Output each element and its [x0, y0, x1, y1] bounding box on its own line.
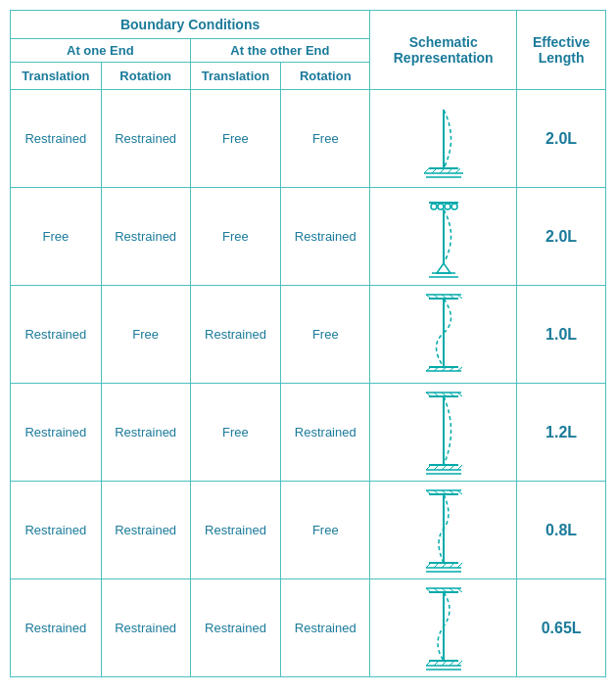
svg-point-13: [451, 204, 457, 209]
row5-rotation2: Free: [281, 482, 370, 579]
row3-translation1: Restrained: [11, 286, 102, 384]
row4-schematic: [370, 384, 517, 482]
row1-schematic: [370, 90, 517, 188]
table-row: FreeRestrainedFreeRestrained 2.0L: [11, 188, 606, 286]
svg-point-10: [431, 204, 437, 209]
rotation1-header: Rotation: [101, 63, 190, 90]
row5-rotation1: Restrained: [101, 482, 190, 579]
row2-translation2: Free: [190, 188, 281, 286]
row1-effective-length: 2.0L: [517, 90, 606, 188]
translation1-header: Translation: [11, 63, 102, 90]
table-row: RestrainedRestrainedRestrainedRestrained: [11, 579, 606, 677]
at-other-end-header: At the other End: [190, 39, 370, 63]
row4-translation2: Free: [190, 384, 281, 482]
row1-translation2: Free: [190, 90, 281, 188]
rotation2-header: Rotation: [281, 63, 370, 90]
svg-marker-15: [437, 263, 450, 273]
row6-rotation1: Restrained: [101, 579, 190, 677]
svg-point-11: [438, 204, 444, 209]
row2-rotation1: Restrained: [101, 188, 190, 286]
row3-effective-length: 1.0L: [517, 286, 606, 384]
boundary-conditions-header: Boundary Conditions: [11, 11, 370, 39]
row4-effective-length: 1.2L: [517, 384, 606, 482]
table-row: RestrainedRestrainedRestrainedFree: [11, 482, 606, 579]
at-one-end-header: At one End: [11, 39, 191, 63]
row4-translation1: Restrained: [11, 384, 102, 482]
svg-point-12: [445, 204, 450, 209]
row6-effective-length: 0.65L: [517, 579, 606, 677]
row5-schematic: [370, 482, 517, 579]
row5-translation2: Restrained: [190, 482, 281, 579]
row6-schematic: [370, 579, 517, 677]
row5-effective-length: 0.8L: [517, 482, 606, 579]
table-row: RestrainedRestrainedFreeRestrained: [11, 384, 606, 482]
row2-effective-length: 2.0L: [517, 188, 606, 286]
row3-translation2: Restrained: [190, 286, 281, 384]
row4-rotation1: Restrained: [101, 384, 190, 482]
row3-rotation2: Free: [281, 286, 370, 384]
row6-rotation2: Restrained: [281, 579, 370, 677]
effective-length-header: Effective Length: [517, 11, 606, 90]
row2-rotation2: Restrained: [281, 188, 370, 286]
row6-translation1: Restrained: [11, 579, 102, 677]
translation2-header: Translation: [190, 63, 281, 90]
row1-translation1: Restrained: [11, 90, 102, 188]
row5-translation1: Restrained: [11, 482, 102, 579]
table-row: RestrainedRestrainedFreeFree 2.0L: [11, 90, 606, 188]
row6-translation2: Restrained: [190, 579, 281, 677]
row2-schematic: [370, 188, 517, 286]
table-row: RestrainedFreeRestrainedFree: [11, 286, 606, 384]
schematic-header: Schematic Representation: [370, 11, 517, 90]
row4-rotation2: Restrained: [281, 384, 370, 482]
row3-schematic: [370, 286, 517, 384]
row1-rotation1: Restrained: [101, 90, 190, 188]
row2-translation1: Free: [11, 188, 102, 286]
row3-rotation1: Free: [101, 286, 190, 384]
row1-rotation2: Free: [281, 90, 370, 188]
